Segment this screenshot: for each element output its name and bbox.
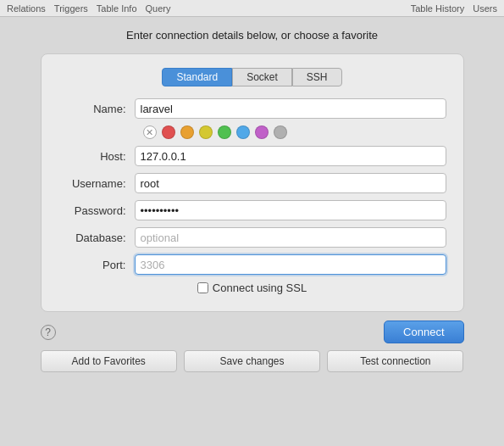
tab-ssh[interactable]: SSH (292, 68, 342, 86)
color-clear[interactable]: ✕ (143, 125, 157, 139)
test-connection-button[interactable]: Test connection (327, 350, 463, 372)
username-input[interactable] (135, 173, 446, 193)
color-gray[interactable] (274, 125, 287, 139)
save-changes-button[interactable]: Save changes (184, 350, 320, 372)
topbar-users[interactable]: Users (473, 3, 497, 14)
password-row: Password: (58, 200, 446, 220)
name-input[interactable] (135, 98, 446, 119)
bottom-actions: Add to Favorites Save changes Test conne… (41, 350, 464, 372)
help-button[interactable]: ? (41, 325, 56, 340)
bottom-main-row: ? Connect (41, 321, 464, 343)
ssl-checkbox[interactable] (197, 282, 208, 293)
color-blue[interactable] (236, 125, 250, 139)
ssl-label: Connect using SSL (213, 282, 307, 294)
port-input[interactable] (135, 254, 446, 275)
username-row: Username: (58, 173, 446, 193)
tab-socket[interactable]: Socket (232, 68, 292, 86)
topbar-triggers[interactable]: Triggers (54, 3, 88, 14)
color-red[interactable] (162, 125, 175, 139)
host-label: Host: (58, 150, 135, 163)
connect-button[interactable]: Connect (384, 321, 463, 343)
topbar-query[interactable]: Query (146, 3, 171, 14)
password-label: Password: (58, 204, 135, 217)
port-label: Port: (58, 259, 135, 271)
color-green[interactable] (218, 125, 231, 139)
topbar-relations[interactable]: Relations (7, 3, 46, 14)
topbar-table-history[interactable]: Table History (411, 3, 465, 14)
top-bar: Relations Triggers Table Info Query Tabl… (0, 0, 504, 17)
topbar-table-info[interactable]: Table Info (97, 3, 137, 14)
color-purple[interactable] (255, 125, 269, 139)
database-row: Database: (58, 227, 446, 248)
add-favorites-button[interactable]: Add to Favorites (41, 350, 177, 372)
color-orange[interactable] (180, 125, 194, 139)
host-input[interactable] (135, 146, 446, 166)
name-row: Name: (58, 98, 446, 119)
password-input[interactable] (135, 200, 446, 220)
color-yellow[interactable] (199, 125, 213, 139)
username-label: Username: (58, 177, 135, 190)
tab-group: Standard Socket SSH (58, 68, 446, 86)
page-title: Enter connection details below, or choos… (126, 29, 378, 42)
tab-standard[interactable]: Standard (162, 68, 232, 86)
ssl-row: Connect using SSL (58, 282, 446, 294)
bottom-section: ? Connect Add to Favorites Save changes … (41, 312, 464, 372)
name-label: Name: (58, 103, 135, 115)
port-row: Port: (58, 254, 446, 275)
database-label: Database: (58, 231, 135, 244)
database-input[interactable] (135, 227, 446, 248)
form-panel: Standard Socket SSH Name: ✕ Host: Userna… (41, 53, 464, 312)
host-row: Host: (58, 146, 446, 166)
help-icon: ? (45, 326, 51, 338)
color-row: ✕ (58, 125, 446, 139)
